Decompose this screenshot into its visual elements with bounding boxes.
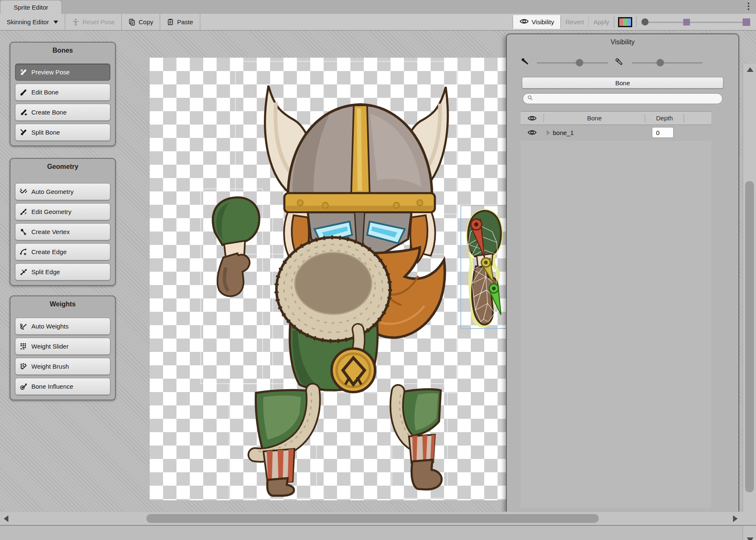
scroll-left-arrow[interactable] xyxy=(4,515,8,522)
sprite-bone-arm-selected xyxy=(461,206,506,329)
edit-bone-button[interactable]: Edit Bone xyxy=(15,84,110,101)
reset-pose-button[interactable]: Reset Pose xyxy=(65,14,122,30)
toolbar-right-cluster: Visibility Revert Apply xyxy=(513,14,756,30)
bone-edit-icon xyxy=(20,88,28,96)
button-label: Auto Geometry xyxy=(31,188,74,195)
create-vertex-button[interactable]: Create Vertex xyxy=(15,223,110,240)
bone-influence-button[interactable]: Bone Influence xyxy=(15,378,110,395)
split-edge-button[interactable]: Split Edge xyxy=(15,263,110,280)
mannequin-icon xyxy=(72,18,79,26)
group-title: Bones xyxy=(15,47,110,54)
depth-input[interactable] xyxy=(652,127,674,138)
bones-tool-group: Bones Preview Pose Edit Bone Create Bone… xyxy=(10,42,116,146)
edit-geometry-button[interactable]: Edit Geometry xyxy=(15,203,110,220)
create-edge-button[interactable]: Create Edge xyxy=(15,243,110,260)
geometry-auto-icon xyxy=(20,188,28,196)
button-label: Create Bone xyxy=(31,109,66,116)
editor-mode-label: Skinning Editor xyxy=(7,18,49,25)
vertical-scroll-thumb[interactable] xyxy=(745,181,754,492)
bone-opacity-track[interactable] xyxy=(537,62,608,64)
edge-split-icon xyxy=(20,268,28,276)
sprite-editor-window: Sprite Editor Skinning Editor Reset Pose… xyxy=(0,0,756,540)
button-label: Weight Brush xyxy=(31,363,69,370)
horizontal-scrollbar[interactable] xyxy=(0,512,743,525)
preview-pose-button[interactable]: Preview Pose xyxy=(15,64,110,81)
eye-icon[interactable] xyxy=(521,115,544,122)
paste-icon xyxy=(167,18,174,25)
vertical-scrollbar[interactable] xyxy=(743,64,756,540)
bone-filled-icon xyxy=(521,58,530,68)
scrollbar-corner xyxy=(743,512,756,526)
workspace: Bones Preview Pose Edit Bone Create Bone… xyxy=(0,31,756,526)
editor-mode-dropdown[interactable]: Skinning Editor xyxy=(0,14,65,30)
auto-weights-button[interactable]: Auto Weights xyxy=(15,318,110,335)
revert-button[interactable]: Revert xyxy=(561,18,588,25)
toolbar-separator xyxy=(614,16,614,28)
toolbar-separator xyxy=(200,14,200,30)
button-label: Bone Influence xyxy=(31,383,73,390)
slider-handle[interactable] xyxy=(641,18,649,25)
window-bottom-edge xyxy=(0,525,756,526)
weight-slider-button[interactable]: Weight Slider xyxy=(15,338,110,355)
mesh-opacity-track[interactable] xyxy=(632,62,702,64)
sprite-mitten-arm xyxy=(213,197,259,296)
apply-button[interactable]: Apply xyxy=(589,18,614,25)
bone-table: Bone Depth bone_1 xyxy=(521,111,711,140)
button-label: Create Edge xyxy=(31,248,66,255)
scroll-up-arrow[interactable] xyxy=(747,67,753,72)
create-bone-button[interactable]: Create Bone xyxy=(15,104,110,121)
rgb-swatch-icon[interactable] xyxy=(618,17,632,27)
toolbar: Skinning Editor Reset Pose Copy Paste Vi… xyxy=(0,14,756,31)
copy-button[interactable]: Copy xyxy=(122,14,160,30)
column-bone: Bone xyxy=(544,115,645,122)
bone-name: bone_1 xyxy=(553,129,616,136)
weights-auto-icon xyxy=(20,322,28,330)
paste-button[interactable]: Paste xyxy=(160,14,199,30)
weight-brush-button[interactable]: Weight Brush xyxy=(15,358,110,375)
tab-title: Sprite Editor xyxy=(14,4,49,11)
slider-track xyxy=(644,22,749,23)
button-label: Auto Weights xyxy=(31,323,69,330)
split-bone-button[interactable]: Split Bone xyxy=(15,124,110,141)
horizontal-scroll-thumb[interactable] xyxy=(146,514,599,523)
toolbar-separator xyxy=(636,16,636,28)
geometry-edit-icon xyxy=(20,208,28,216)
scroll-down-arrow[interactable] xyxy=(747,537,753,540)
auto-geometry-button[interactable]: Auto Geometry xyxy=(15,183,110,200)
visibility-label: Visibility xyxy=(531,18,554,25)
button-label: Split Bone xyxy=(31,129,60,136)
bone-preview-icon xyxy=(20,68,28,76)
group-title: Geometry xyxy=(15,163,110,171)
bone-table-header: Bone Depth xyxy=(521,111,711,125)
weight-slider-icon xyxy=(20,342,28,350)
bone-outline-icon xyxy=(615,58,623,68)
column-depth: Depth xyxy=(645,115,684,122)
bone-search-field[interactable] xyxy=(523,93,723,104)
tab-bone-label: Bone xyxy=(615,79,630,87)
kebab-menu-icon[interactable] xyxy=(748,3,749,10)
button-label: Preview Pose xyxy=(31,69,70,76)
scroll-right-arrow[interactable] xyxy=(733,515,738,522)
alpha-zoom-slider[interactable] xyxy=(641,14,753,30)
foldout-caret-icon[interactable] xyxy=(544,130,553,135)
eye-icon xyxy=(519,18,529,26)
weight-brush-icon xyxy=(20,362,28,370)
copy-icon xyxy=(128,18,135,25)
mosaic-icon xyxy=(743,18,750,26)
sprite-canvas[interactable] xyxy=(150,58,506,500)
weights-tool-group: Weights Auto Weights Weight Slider Weigh… xyxy=(10,295,116,400)
visibility-toggle-button[interactable]: Visibility xyxy=(513,15,560,29)
tab-bone[interactable]: Bone xyxy=(522,77,723,89)
eye-icon[interactable] xyxy=(521,129,544,136)
sprite-torso xyxy=(276,237,390,392)
table-row-bone-1[interactable]: bone_1 xyxy=(521,125,711,140)
visibility-panel-title: Visibility xyxy=(507,38,738,46)
button-label: Split Edge xyxy=(31,268,60,275)
search-input[interactable] xyxy=(536,95,718,102)
bone-opacity-handle[interactable] xyxy=(576,59,583,66)
tab-sprite-editor[interactable]: Sprite Editor xyxy=(0,0,62,14)
button-label: Edit Geometry xyxy=(31,208,72,215)
mesh-opacity-handle[interactable] xyxy=(656,59,664,66)
geometry-tool-group: Geometry Auto Geometry Edit Geometry Cre… xyxy=(10,158,116,286)
sprite-right-leg xyxy=(397,389,442,489)
